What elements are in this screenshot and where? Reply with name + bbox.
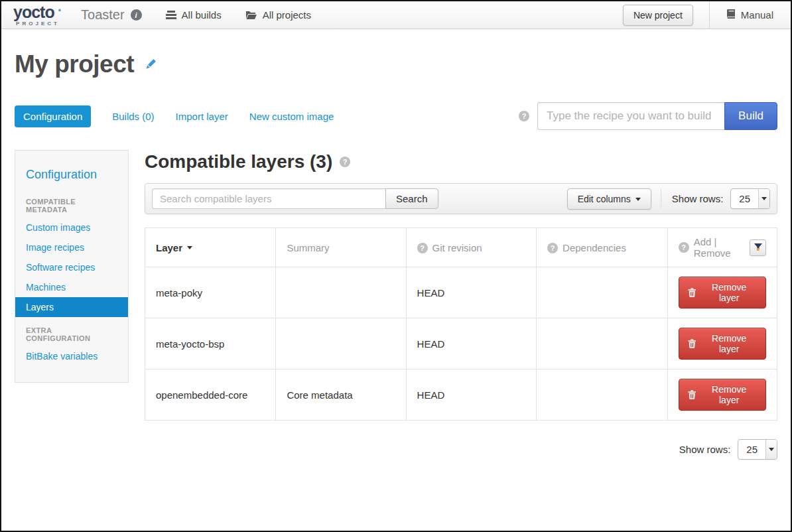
column-header-git-revision[interactable]: ?Git revision — [406, 228, 536, 267]
tab-builds[interactable]: Builds (0) — [112, 105, 154, 127]
trash-icon — [688, 288, 696, 297]
compatible-layers-table: Layer Summary ?Git revision ?Dependencie… — [145, 228, 777, 421]
column-header-add-remove: ?Add | Remove — [667, 228, 777, 267]
action-cell: Remove layer — [667, 318, 777, 369]
compatible-layers-help-icon[interactable]: ? — [340, 157, 350, 167]
dependencies-cell — [537, 369, 668, 421]
page-title: My project — [15, 50, 134, 78]
nav-all-projects-label: All projects — [263, 9, 311, 21]
compatible-layers-heading: Compatible layers (3) — [145, 151, 332, 172]
sidebar-item-layers[interactable]: Layers — [15, 297, 128, 317]
dependencies-help-icon[interactable]: ? — [547, 243, 558, 253]
git-revision-cell: HEAD — [406, 369, 536, 421]
table-header-row: Layer Summary ?Git revision ?Dependencie… — [145, 228, 777, 267]
dependencies-cell — [537, 318, 668, 369]
sidebar-item-image-recipes[interactable]: Image recipes — [15, 237, 128, 257]
new-project-button[interactable]: New project — [623, 5, 693, 26]
app-title: Toaster — [81, 7, 125, 23]
info-icon[interactable]: i — [131, 9, 142, 21]
logo-brand-text: yocto — [13, 4, 54, 21]
column-header-layer[interactable]: Layer — [145, 228, 276, 267]
body-row: Configuration COMPATIBLE METADATA Custom… — [15, 150, 777, 460]
layer-name-cell: meta-poky — [145, 267, 276, 318]
remove-layer-button[interactable]: Remove layer — [679, 328, 766, 360]
show-rows-control: Show rows: 25 — [672, 188, 770, 209]
show-rows-control-bottom: Show rows: 25 — [679, 439, 777, 460]
filter-button[interactable] — [750, 239, 766, 256]
sidebar-item-machines[interactable]: Machines — [15, 277, 128, 297]
remove-layer-label: Remove layer — [701, 384, 757, 405]
search-button[interactable]: Search — [385, 188, 438, 209]
main-panel: Compatible layers (3) ? Search Edit colu… — [145, 150, 777, 460]
summary-cell — [276, 267, 406, 318]
edit-columns-button[interactable]: Edit columns — [567, 188, 651, 210]
sidebar-heading-compatible-metadata: COMPATIBLE METADATA — [15, 188, 128, 218]
toolbar-right: Edit columns Show rows: 25 — [567, 188, 770, 210]
nav-all-builds[interactable]: All builds — [166, 9, 222, 21]
build-button[interactable]: Build — [724, 102, 777, 130]
build-help-icon[interactable]: ? — [519, 111, 529, 121]
column-dependencies-label: Dependencies — [562, 242, 626, 253]
page-title-row: My project — [15, 50, 777, 78]
remove-layer-button[interactable]: Remove layer — [679, 277, 766, 308]
remove-layer-label: Remove layer — [701, 282, 757, 303]
table-row: meta-yocto-bsp HEAD Remove layer — [145, 318, 777, 369]
column-header-summary[interactable]: Summary — [276, 228, 406, 267]
manual-label: Manual — [741, 9, 773, 21]
builds-list-icon — [166, 11, 176, 20]
logo-top: yocto · — [13, 4, 62, 21]
main-heading-row: Compatible layers (3) ? — [145, 151, 777, 172]
column-layer-label: Layer — [156, 242, 182, 253]
nav-all-projects[interactable]: All projects — [245, 9, 311, 21]
select-caret-icon — [758, 189, 769, 208]
funnel-icon — [754, 243, 762, 251]
rows-per-page-select-bottom[interactable]: 25 — [738, 439, 777, 460]
search-input[interactable] — [152, 188, 385, 209]
trash-icon — [688, 339, 696, 348]
build-form: ? Build — [519, 102, 777, 130]
sidebar-item-configuration[interactable]: Configuration — [15, 160, 128, 188]
table-toolbar: Search Edit columns Show rows: 25 — [145, 183, 777, 214]
toaster-app-window: yocto · PROJECT Toaster i All builds All… — [0, 0, 792, 532]
add-remove-help-icon[interactable]: ? — [679, 242, 689, 253]
tab-new-custom-image[interactable]: New custom image — [249, 105, 334, 127]
manual-link[interactable]: Manual — [710, 9, 791, 21]
table-row: meta-poky HEAD Remove layer — [145, 267, 777, 318]
sidebar-item-custom-images[interactable]: Custom images — [15, 218, 128, 237]
toolbar-divider — [661, 189, 661, 209]
show-rows-label-bottom: Show rows: — [679, 444, 731, 455]
edit-columns-label: Edit columns — [578, 194, 631, 204]
action-cell: Remove layer — [667, 369, 777, 421]
remove-layer-label: Remove layer — [701, 333, 757, 354]
git-revision-cell: HEAD — [406, 267, 536, 318]
build-recipe-input[interactable] — [537, 102, 724, 130]
show-rows-label: Show rows: — [672, 193, 724, 204]
column-git-revision-label: Git revision — [432, 242, 482, 253]
logo-subtitle: PROJECT — [13, 21, 62, 27]
layer-name-cell: openembedded-core — [145, 369, 276, 421]
edit-project-name-icon[interactable] — [143, 58, 157, 72]
table-footer: Show rows: 25 — [145, 439, 777, 460]
sidebar-item-bitbake-variables[interactable]: BitBake variables — [15, 346, 128, 366]
sort-desc-icon — [187, 246, 192, 249]
summary-cell — [276, 318, 406, 369]
configuration-sidebar: Configuration COMPATIBLE METADATA Custom… — [15, 150, 129, 383]
project-tabs: Configuration Builds (0) Import layer Ne… — [15, 102, 777, 130]
search-group: Search — [152, 188, 438, 209]
column-header-dependencies[interactable]: ?Dependencies — [537, 228, 668, 267]
remove-layer-button[interactable]: Remove layer — [679, 379, 766, 411]
sidebar-item-software-recipes[interactable]: Software recipes — [15, 257, 128, 277]
action-cell: Remove layer — [667, 267, 777, 318]
column-add-remove-label: Add | Remove — [694, 236, 750, 259]
logo-dot: · — [58, 4, 62, 17]
yocto-project-logo[interactable]: yocto · PROJECT — [13, 4, 62, 27]
page-content: My project Configuration Builds (0) Impo… — [1, 50, 791, 460]
rows-per-page-value: 25 — [731, 189, 758, 208]
nav-all-builds-label: All builds — [182, 9, 222, 21]
rows-per-page-select[interactable]: 25 — [730, 188, 770, 209]
git-revision-help-icon[interactable]: ? — [417, 243, 428, 253]
top-navbar: yocto · PROJECT Toaster i All builds All… — [1, 1, 791, 29]
tab-import-layer[interactable]: Import layer — [176, 105, 228, 127]
layer-name-cell: meta-yocto-bsp — [145, 318, 276, 369]
tab-configuration[interactable]: Configuration — [15, 105, 91, 127]
